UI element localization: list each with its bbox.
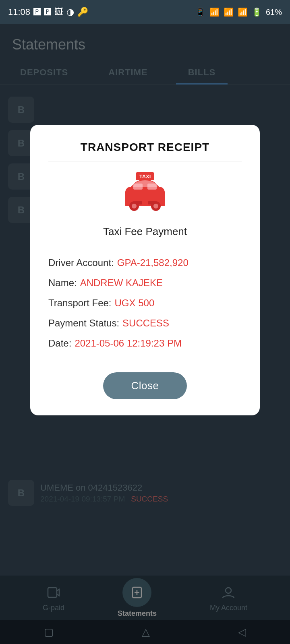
name-value: ANDREW KAJEKE — [80, 277, 163, 289]
modal-row-name: Name: ANDREW KAJEKE — [48, 277, 242, 289]
fee-label: Transport Fee: — [48, 297, 112, 309]
status-right: 📱 📶 📶 📶 🔋 61% — [195, 7, 282, 17]
phone-icon: 📱 — [195, 7, 205, 17]
close-button[interactable]: Close — [103, 372, 187, 399]
wifi-icon: 📶 — [209, 7, 220, 17]
modal-row-driver: Driver Account: GPA-21,582,920 — [48, 257, 242, 268]
modal-title: TRANSPORT RECEIPT — [81, 141, 209, 154]
name-label: Name: — [48, 277, 77, 289]
receipt-modal: TRANSPORT RECEIPT TAXI — [30, 125, 260, 415]
background-page: Statements DEPOSITS AIRTIME BILLS B B B … — [0, 24, 290, 644]
modal-divider-middle — [48, 247, 242, 247]
modal-overlay: TRANSPORT RECEIPT TAXI — [0, 24, 290, 644]
battery-icon: 🔋 — [252, 7, 262, 17]
driver-account-label: Driver Account: — [48, 257, 114, 268]
modal-row-date: Date: 2021-05-06 12:19:23 PM — [48, 338, 242, 349]
modal-divider-top — [48, 161, 242, 161]
svg-rect-8 — [147, 184, 157, 190]
parking2-icon: 🅿 — [44, 8, 51, 17]
status-label: Payment Status: — [48, 318, 119, 329]
svg-point-14 — [153, 204, 158, 208]
battery-percent: 61% — [266, 8, 282, 17]
fee-value: UGX 500 — [115, 297, 155, 309]
circle-icon: ◑ — [66, 7, 74, 17]
status-bar: 11:08 🅿 🅿 🖼 ◑ 🔑 📱 📶 📶 📶 🔋 61% — [0, 0, 290, 24]
modal-row-fee: Transport Fee: UGX 500 — [48, 297, 242, 309]
date-value: 2021-05-06 12:19:23 PM — [75, 338, 182, 349]
image-icon: 🖼 — [54, 7, 63, 17]
taxi-icon: TAXI — [119, 171, 171, 217]
parking-icon: 🅿 — [33, 8, 41, 17]
signal2-icon: 📶 — [238, 7, 248, 17]
modal-divider-bottom — [48, 360, 242, 360]
svg-text:TAXI: TAXI — [139, 173, 151, 180]
status-value: SUCCESS — [122, 318, 169, 329]
svg-rect-7 — [133, 184, 143, 190]
modal-subtitle: Taxi Fee Payment — [103, 225, 187, 238]
key-icon: 🔑 — [77, 7, 88, 17]
date-label: Date: — [48, 338, 71, 349]
svg-point-12 — [132, 204, 137, 208]
time-display: 11:08 — [8, 7, 30, 17]
driver-account-value: GPA-21,582,920 — [117, 257, 188, 268]
status-left: 11:08 🅿 🅿 🖼 ◑ 🔑 — [8, 7, 88, 17]
signal-icon: 📶 — [224, 7, 234, 17]
modal-row-status: Payment Status: SUCCESS — [48, 318, 242, 329]
